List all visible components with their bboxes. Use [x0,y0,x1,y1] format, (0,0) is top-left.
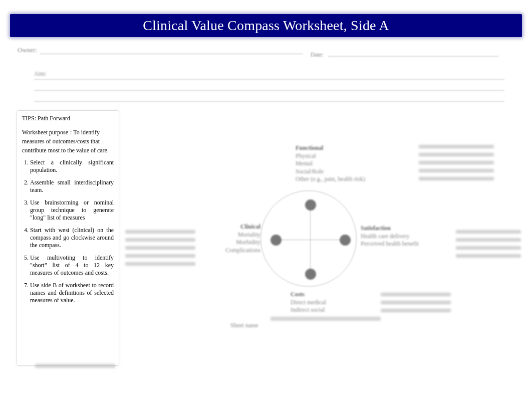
panel-footer-line [35,364,115,368]
north-item-2: Mental [296,160,396,168]
compass-node-west [271,235,282,246]
title-bar: Clinical Value Compass Worksheet, Side A [10,14,522,37]
owner-label: Owner: [18,46,37,54]
north-write-lines [419,140,494,185]
north-label-block: Functional Physical Mental Social/Role O… [296,144,396,183]
west-item-2: Morbidity [205,239,260,247]
east-label-block: Satisfaction Health care delivery Percei… [361,225,441,248]
aim-line-2 [34,90,504,91]
compass-node-east [340,235,351,246]
owner-line [40,47,303,54]
step-1: Select a clinically significant populati… [30,159,114,174]
date-line [328,50,498,57]
west-item-3: Complications [205,247,260,255]
aim-label: Aim: [34,70,47,78]
tips-steps: Select a clinically significant populati… [22,159,114,304]
south-write-lines [381,288,451,317]
compass-axis-v [310,210,311,270]
step-7: Use side B of worksheet to record names … [30,282,114,304]
west-write-lines [125,226,195,270]
west-heading: Clinical [240,223,260,230]
east-item-2: Perceived health benefit [361,240,441,248]
west-item-1: Mortality [205,231,260,239]
east-item-1: Health care delivery [361,233,441,241]
east-heading: Satisfaction [361,225,391,232]
compass-area: Functional Physical Mental Social/Role O… [130,125,517,382]
north-item-1: Physical [296,152,396,160]
east-write-lines [456,226,521,262]
step-5: Use multivoting to identify "short" list… [30,254,114,277]
aim-line-3 [34,101,504,102]
tips-panel: TIPS: Path Forward Worksheet purpose : T… [17,110,119,366]
purpose-label: Worksheet purpose [22,129,68,136]
compass-node-north [305,199,316,211]
owner-row: Owner: [18,46,303,54]
compass-node-south [305,269,316,280]
sheet-name-corner: Sheet name [230,322,258,329]
compass-axis-h [281,240,341,240]
step-2: Assemble small interdisciplinary team. [30,179,114,194]
compass-footnote-line [271,317,381,321]
north-heading: Functional [296,144,323,151]
step-4: Start with west (clinical) on the compas… [30,227,114,249]
date-label: Date: [311,51,324,58]
step-3: Use brainstorming or nominal group techn… [30,199,114,222]
south-heading: Costs [291,291,305,298]
page-title: Clinical Value Compass Worksheet, Side A [143,18,389,34]
west-label-block: Clinical Mortality Morbidity Complicatio… [205,223,260,254]
north-item-4: Other (e.g., pain, health risk) [296,175,396,183]
date-row: Date: [311,50,498,59]
aim-line-1 [34,79,504,80]
tips-title: TIPS: Path Forward [22,115,114,122]
north-item-3: Social/Role [296,168,396,176]
